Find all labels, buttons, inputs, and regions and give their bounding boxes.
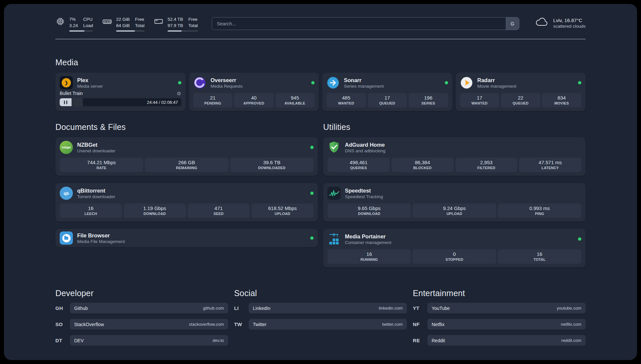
stat-label: REMAINING xyxy=(176,166,198,170)
status-dot xyxy=(578,81,581,84)
adguard-shield-icon xyxy=(327,141,341,154)
radarr-icon xyxy=(460,76,473,89)
stat-label: WANTED xyxy=(338,101,354,105)
service-card-speedtest[interactable]: Speedtest Speedtest Tracking 9.65 GbpsDO… xyxy=(323,183,586,222)
bookmark-github[interactable]: Github github.com xyxy=(70,303,228,314)
service-card-portainer[interactable]: Media Portainer Container management 16R… xyxy=(323,229,586,267)
cloud-icon xyxy=(534,17,549,29)
service-card-sonarr[interactable]: Sonarr Series management 485WANTED 17QUE… xyxy=(322,73,452,111)
stat-value: 196 xyxy=(424,95,432,101)
stat-box: 47.571 msLATENCY xyxy=(519,158,581,172)
memory-total-value: 64 GiB xyxy=(116,23,130,29)
stat-value: 618.52 Mbps xyxy=(268,206,297,211)
stat-box: 0STOPPED xyxy=(412,249,496,264)
service-card-qbittorrent[interactable]: qb qBittorrent Torrent downloader 16LEEC… xyxy=(55,183,318,222)
stat-label: QUEUED xyxy=(379,101,395,105)
screenshot-frame: 7% CPU 3.24 Load 22 GiB Free 64 GiB Tota… xyxy=(0,0,641,364)
section-media: Media ❯ Plex Media server Bullet Train ⚙ xyxy=(55,58,586,111)
qbittorrent-icon: qb xyxy=(60,187,73,200)
stat-box: 17WANTED xyxy=(460,93,500,107)
stat-label: APPROVED xyxy=(243,101,264,105)
bookmark-stackoverflow[interactable]: StackOverflow stackoverflow.com xyxy=(70,319,228,330)
search-engine-button[interactable]: G xyxy=(506,17,519,30)
bookmark-abbr: SO xyxy=(55,321,70,327)
cpu-label: CPU xyxy=(83,16,93,22)
cpu-load-value: 3.24 xyxy=(69,23,78,29)
section-documents: Documents & Files nzbget NZBGet Usenet d… xyxy=(55,122,318,247)
bookmark-group-title: Entertainment xyxy=(413,288,586,298)
stat-value: 16 xyxy=(366,252,372,257)
service-card-radarr[interactable]: Radarr Movie management 17WANTED 22QUEUE… xyxy=(456,73,586,111)
stat-box: 266 GBREMAINING xyxy=(145,158,228,172)
service-stats: 485WANTED 17QUEUED 196SERIES xyxy=(326,93,448,107)
now-playing-title: Bullet Train xyxy=(60,91,83,96)
bookmark-domain: twitter.com xyxy=(382,322,403,327)
service-text: qBittorrent Torrent downloader xyxy=(77,187,115,199)
service-name: Plex xyxy=(77,77,103,84)
stat-label: RATE xyxy=(97,166,107,170)
service-description: Movie management xyxy=(477,84,517,89)
bookmark-row: LI LinkedIn linkedin.com xyxy=(234,303,407,314)
service-stats: 17WANTED 22QUEUED 834MOVIES xyxy=(460,93,582,107)
stat-box: 618.52 MbpsUPLOAD xyxy=(251,203,314,218)
stat-label: WANTED xyxy=(472,101,488,105)
stat-label: UPLOAD xyxy=(275,212,290,216)
search-input[interactable] xyxy=(212,17,506,30)
service-card-plex[interactable]: ❯ Plex Media server Bullet Train ⚙ xyxy=(55,73,186,111)
service-card-overseerr[interactable]: Overseerr Media Requests 21PENDING 40APP… xyxy=(189,73,319,111)
playback-progress-bar[interactable]: 24:44 / 02:06:47 xyxy=(60,98,181,106)
service-text: Radarr Movie management xyxy=(477,77,517,89)
stat-label: LATENCY xyxy=(541,166,559,170)
service-name: AdGuard Home xyxy=(345,141,385,148)
bookmark-linkedin[interactable]: LinkedIn linkedin.com xyxy=(249,303,407,314)
service-card-nzbget[interactable]: nzbget NZBGet Usenet downloader 744.21 M… xyxy=(55,137,318,176)
settings-gear-icon[interactable]: ⚙ xyxy=(177,91,181,96)
bookmark-youtube[interactable]: YouTube youtube.com xyxy=(427,303,586,314)
service-description: Speedtest Tracking xyxy=(345,194,383,199)
status-dot xyxy=(311,81,315,84)
status-dot xyxy=(578,237,581,241)
stat-value: 47.571 ms xyxy=(539,160,562,166)
bookmark-abbr: TW xyxy=(234,321,249,327)
service-text: Sonarr Series management xyxy=(344,77,384,89)
topbar: 7% CPU 3.24 Load 22 GiB Free 64 GiB Tota… xyxy=(55,4,586,32)
cpu-usage-value: 7% xyxy=(69,16,78,22)
service-description: Usenet downloader xyxy=(77,148,115,153)
stat-label: SERIES xyxy=(421,101,435,105)
stat-label: PENDING xyxy=(204,101,221,105)
service-name: Overseerr xyxy=(211,77,243,84)
stat-label: AVAILABLE xyxy=(285,101,305,105)
service-description: Series management xyxy=(344,84,384,89)
stat-value: 16 xyxy=(537,252,542,257)
service-name: Speedtest xyxy=(345,187,383,194)
stat-box: 16LEECH xyxy=(60,203,122,218)
bookmark-row: TW Twitter twitter.com xyxy=(234,319,407,330)
stat-box: 834MOVIES xyxy=(542,93,582,107)
cpu-progress-bar xyxy=(69,30,93,32)
stat-value: 17 xyxy=(477,95,482,101)
disk-progress-fill xyxy=(168,30,182,32)
service-card-adguard[interactable]: AdGuard Home DNS and adblocking 498,461Q… xyxy=(323,137,586,176)
stat-label: UPLOAD xyxy=(446,212,462,216)
bookmark-netflix[interactable]: Netflix netflix.com xyxy=(427,319,586,330)
stat-box: 22QUEUED xyxy=(501,93,540,107)
bookmark-abbr: GH xyxy=(55,305,70,311)
bookmark-reddit[interactable]: Reddit reddit.com xyxy=(427,335,586,346)
stat-value: 17 xyxy=(384,95,390,101)
stat-label: DOWNLOAD xyxy=(143,212,166,216)
media-card-grid: ❯ Plex Media server Bullet Train ⚙ xyxy=(55,73,586,111)
service-text: Speedtest Speedtest Tracking xyxy=(345,187,383,199)
stat-value: 0.993 ms xyxy=(529,206,550,211)
bookmark-domain: stackoverflow.com xyxy=(189,322,224,327)
cpu-progress-fill xyxy=(69,30,84,32)
stat-value: 945 xyxy=(291,95,299,101)
bookmark-group-social: Social LI LinkedIn linkedin.com TW Twitt… xyxy=(234,288,407,346)
bookmark-twitter[interactable]: Twitter twitter.com xyxy=(249,319,407,330)
bookmark-abbr: NF xyxy=(413,321,427,327)
pause-button[interactable] xyxy=(60,98,72,106)
stat-value: 744.21 Mbps xyxy=(87,160,116,166)
service-card-filebrowser[interactable]: File Browser Media File Management xyxy=(55,229,318,247)
service-text: AdGuard Home DNS and adblocking xyxy=(345,141,385,153)
bookmark-dev[interactable]: DEV dev.to xyxy=(70,335,228,346)
bookmark-group-entertainment: Entertainment YT YouTube youtube.com NF … xyxy=(413,288,586,346)
